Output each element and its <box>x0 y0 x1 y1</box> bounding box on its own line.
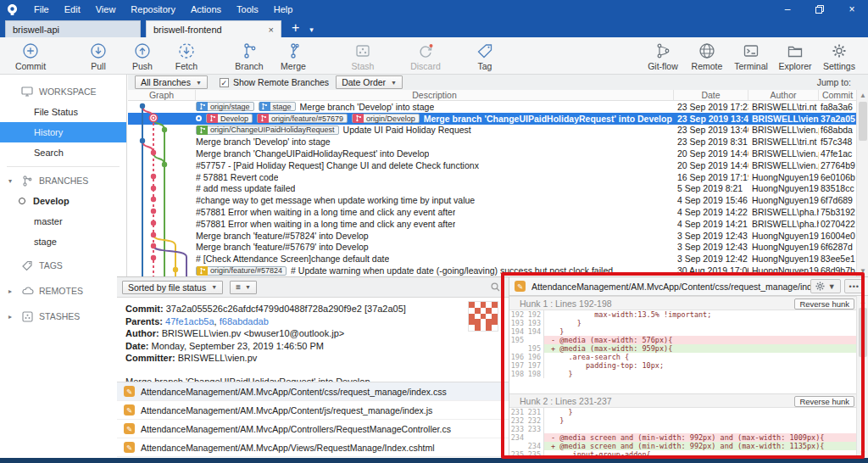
commit-row[interactable]: #change way to get message when update w… <box>128 194 856 206</box>
pull-button[interactable]: Pull <box>76 37 120 74</box>
sidebar-section-workspace[interactable]: WORKSPACE <box>0 81 126 102</box>
sidebar-section-stashes[interactable]: ▸ STASHES <box>0 306 126 326</box>
column-commit[interactable]: Commit <box>819 90 856 100</box>
scrollbar-thumb[interactable] <box>859 308 867 357</box>
menu-item-file[interactable]: File <box>26 0 57 19</box>
restore-button[interactable] <box>804 0 836 19</box>
close-button[interactable]: × <box>836 0 868 19</box>
column-author[interactable]: Author <box>748 90 819 100</box>
commit-detail-panel: Sorted by file status▼ ≡▼ Commit: 37a2a0… <box>117 276 509 458</box>
branch-button[interactable]: Branch <box>227 37 271 74</box>
sidebar-item-history[interactable]: History <box>0 122 126 142</box>
close-tab-icon[interactable]: × <box>257 25 274 35</box>
parent-link-2[interactable]: f68abdadab <box>220 316 269 326</box>
sort-dropdown[interactable]: Sorted by file status▼ <box>122 281 223 294</box>
terminal-button[interactable]: Terminal <box>729 37 773 74</box>
menu-item-view[interactable]: View <box>88 0 124 19</box>
search-icon[interactable] <box>491 282 500 292</box>
diff-options-button[interactable]: ▼ <box>810 279 841 293</box>
tag-button[interactable]: Tag <box>463 37 507 74</box>
branch-badge[interactable]: origin/ChangeUIPaidHolidayRequest <box>196 126 339 135</box>
branch-badge[interactable]: origin/stage <box>196 102 254 111</box>
commit-row[interactable]: #57881 Error when waiting in a long time… <box>128 206 856 218</box>
repo-tab-briswell-frontend[interactable]: briswell-frontend× <box>146 20 281 37</box>
commit-row[interactable]: # add mess update failed5 Sep 2019 8:21H… <box>128 183 856 195</box>
sidebar-branch-stage[interactable]: stage <box>0 232 126 252</box>
reverse-hunk-button[interactable]: Reverse hunk <box>794 298 854 310</box>
commit-row[interactable]: Merge branch 'Develop' into stage23 Sep … <box>128 136 856 148</box>
menu-item-tools[interactable]: Tools <box>229 0 266 19</box>
branch-badge[interactable]: origin/feature/#57679 <box>257 114 348 123</box>
file-row[interactable]: ✎AttendanceManagement/AM.MvcApp/Content/… <box>117 401 509 420</box>
sidebar-item-file-status[interactable]: File Status <box>0 102 126 122</box>
menu-item-edit[interactable]: Edit <box>57 0 88 19</box>
commit-row[interactable]: Merge branch 'feature/#57679' into Devel… <box>128 242 856 254</box>
order-filter-dropdown[interactable]: Date Order▼ <box>336 75 403 89</box>
sidebar-branch-master[interactable]: master <box>0 211 126 232</box>
new-tab-button[interactable]: + <box>281 20 308 37</box>
commit-row[interactable]: origin/stagestageMerge branch 'Develop' … <box>128 101 856 113</box>
parent-link-1[interactable]: 47fe1acb5a <box>165 316 214 326</box>
scrollbar-thumb[interactable] <box>859 102 867 141</box>
commit-row[interactable]: origin/ChangeUIPaidHolidayRequestUpdate … <box>128 125 856 137</box>
discard-button[interactable]: Discard <box>403 37 448 74</box>
menu-item-actions[interactable]: Actions <box>183 0 229 19</box>
file-row[interactable]: ✎AttendanceManagement/AM.MvcApp/Controll… <box>117 420 509 438</box>
pull-icon <box>89 42 108 60</box>
commit-list-scrollbar[interactable]: ▲ ▼ <box>856 90 868 276</box>
sidebar-section-remotes[interactable]: ▸ REMOTES <box>0 281 126 301</box>
commit-row[interactable]: #57881 Error when waiting in a long time… <box>128 218 856 230</box>
branch-badge[interactable]: origin/feature/#57824 <box>196 266 287 276</box>
menu-item-help[interactable]: Help <box>266 0 301 19</box>
commit-row[interactable]: # [Check Attendance Screen]change defaul… <box>128 253 856 265</box>
column-date[interactable]: Date <box>674 90 748 100</box>
branch-badge[interactable]: stage <box>259 102 296 111</box>
file-path: AttendanceManagement/AM.MvcApp/Views/Req… <box>141 443 435 453</box>
sidebar-section-tags[interactable]: TAGS <box>0 255 126 276</box>
repo-tab-briswell-api[interactable]: briswell-api <box>5 20 141 37</box>
branch-badge[interactable]: Develop <box>206 114 253 123</box>
diff-more-button[interactable]: ••• <box>844 279 865 293</box>
file-row[interactable]: ✎AttendanceManagement/AM.MvcApp/Content/… <box>117 382 509 401</box>
minimize-button[interactable]: – <box>771 0 804 19</box>
scroll-down-icon[interactable]: ▼ <box>857 265 868 276</box>
scroll-down-icon[interactable]: ▼ <box>857 448 868 458</box>
old-line-number: 235 <box>509 450 526 458</box>
commit-hash-cell: 47fe1ac <box>819 148 856 159</box>
git-flow-button[interactable]: Git-flow <box>641 37 685 74</box>
scroll-up-icon[interactable]: ▲ <box>857 296 868 307</box>
toolbar-left-group: CommitPullPushFetchBranchMergeStashDisca… <box>0 37 507 74</box>
diff-scrollbar[interactable]: ▲ ▼ <box>856 296 868 458</box>
commit-row[interactable]: Merge branch 'ChangeUIPaidHolidayRequest… <box>128 148 856 159</box>
remote-button[interactable]: Remote <box>685 37 729 74</box>
show-remote-branches-checkbox[interactable]: ✓ Show Remote Branches <box>220 77 329 87</box>
sidebar-item-search[interactable]: Search <box>0 142 126 163</box>
branch-badge[interactable]: origin/Develop <box>352 114 420 123</box>
stash-button[interactable]: Stash <box>341 37 385 74</box>
menu-item-repository[interactable]: Repository <box>123 0 183 19</box>
commit-row[interactable]: # 57881 Revert code16 Sep 2019 17:19Huon… <box>128 171 856 183</box>
tab-dropdown-icon[interactable]: ▾ <box>308 25 320 37</box>
column-description[interactable]: Description <box>196 90 674 100</box>
sidebar-branch-develop[interactable]: Develop <box>0 191 126 211</box>
explorer-button[interactable]: Explorer <box>773 37 817 74</box>
column-graph[interactable]: Graph <box>128 90 196 100</box>
view-options-dropdown[interactable]: ≡▼ <box>230 281 257 294</box>
commit-date-cell: 20 Sep 2019 14:46 <box>674 160 748 170</box>
file-row[interactable]: ✎AttendanceManagement/AM.MvcApp/Views/Re… <box>117 438 509 457</box>
commit-row[interactable]: origin/feature/#57824# Update warning wh… <box>128 265 856 276</box>
push-button[interactable]: Push <box>120 37 164 74</box>
commit-row[interactable]: Merge branch 'feature/#57824' into Devel… <box>128 230 856 242</box>
branch-filter-dropdown[interactable]: All Branches▼ <box>135 75 208 89</box>
scroll-up-icon[interactable]: ▲ <box>857 90 868 101</box>
sidebar-section-branches[interactable]: ▾ BRANCHES <box>0 170 126 191</box>
settings-button[interactable]: Settings <box>817 37 861 74</box>
fetch-button[interactable]: Fetch <box>164 37 209 74</box>
reverse-hunk-button[interactable]: Reverse hunk <box>794 396 854 407</box>
commit-row[interactable]: #57757 - [Paid Holiday Request] Change U… <box>128 159 856 171</box>
branch-filter-label: All Branches <box>141 77 191 87</box>
commit-row[interactable]: Developorigin/feature/#57679origin/Devel… <box>128 113 856 125</box>
commit-button[interactable]: Commit <box>8 37 53 74</box>
merge-button[interactable]: Merge <box>271 37 315 74</box>
diff-hunks: Hunk 1 : Lines 192-198Reverse hunk192192… <box>509 296 858 458</box>
